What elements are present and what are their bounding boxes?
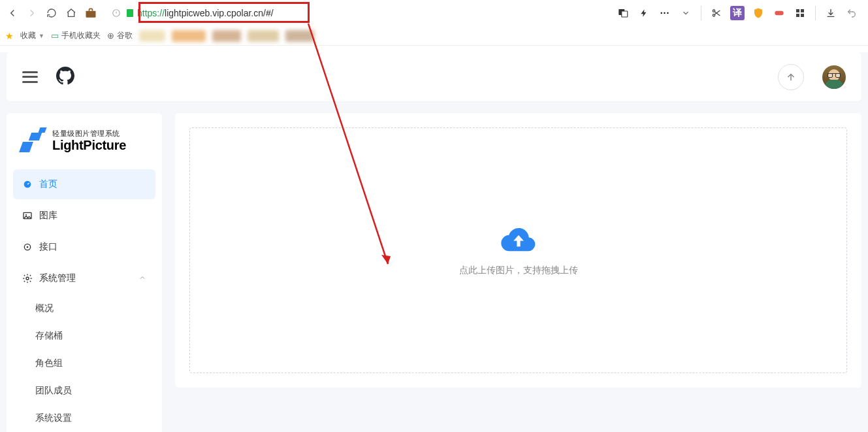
translate-badge-icon[interactable]: 译 (730, 6, 745, 20)
favorites-star-icon[interactable]: ★ (5, 31, 14, 41)
nav-home-button[interactable] (63, 5, 80, 22)
download-icon[interactable] (824, 6, 838, 20)
site-info-icon[interactable] (111, 8, 121, 18)
padlock-icon (127, 9, 133, 17)
upload-shortcut-button[interactable] (778, 64, 804, 90)
svg-point-4 (713, 10, 715, 12)
apps-grid-icon[interactable] (793, 6, 807, 20)
svg-rect-3 (622, 11, 628, 17)
translate-icon[interactable] (616, 6, 630, 20)
logo-title: LightPicture (52, 138, 126, 153)
svg-point-11 (27, 246, 29, 248)
logo-subtitle: 轻量级图片管理系统 (52, 129, 126, 138)
github-link[interactable] (56, 67, 74, 88)
bookmark-blurred[interactable] (212, 30, 241, 42)
dashboard-icon (22, 179, 33, 190)
bookmark-blurred[interactable] (172, 30, 206, 42)
sidebar-item-label: 系统管理 (39, 273, 76, 284)
app-body: 轻量级图片管理系统 LightPicture 首页 图库 (0, 101, 868, 432)
bookmark-google[interactable]: ⊕谷歌 (107, 30, 133, 41)
cloud-upload-icon (500, 224, 537, 253)
bookmark-blurred[interactable] (139, 30, 165, 42)
toolbar-right: ··· 译 (616, 6, 864, 20)
sidebar: 轻量级图片管理系统 LightPicture 首页 图库 (7, 113, 162, 432)
sidebar-submenu-sysmgmt: 概况 存储桶 角色组 团队成员 系统设置 (13, 295, 155, 432)
gamepad-icon[interactable] (772, 6, 786, 20)
chevron-up-icon (138, 274, 146, 284)
main-panel: 点此上传图片，支持拖拽上传 (175, 113, 861, 388)
menu-toggle-button[interactable] (22, 71, 38, 83)
shield-icon[interactable] (751, 6, 765, 20)
svg-rect-6 (775, 11, 783, 16)
bookmark-blurred[interactable] (248, 30, 279, 42)
svg-point-9 (25, 214, 27, 216)
more-icon[interactable]: ··· (658, 6, 672, 20)
svg-rect-0 (86, 11, 96, 18)
nav-reload-button[interactable] (43, 5, 60, 22)
bookmarks-bar: ★ 收藏 ▼ ▭手机收藏夹 ⊕谷歌 (0, 26, 868, 46)
link-icon (22, 242, 33, 252)
bookmark-mobile[interactable]: ▭手机收藏夹 (51, 30, 101, 41)
sidebar-item-api[interactable]: 接口 (13, 232, 155, 262)
sidebar-sub-team[interactable]: 团队成员 (35, 377, 155, 405)
scissors-icon[interactable] (709, 6, 724, 20)
bookmark-blurred[interactable] (285, 30, 314, 42)
logo-mark-icon (18, 127, 47, 155)
nav-back-button[interactable] (4, 5, 21, 22)
browser-toolbar: https://lightpicweb.vip.cpolar.cn/#/ ···… (0, 0, 868, 26)
briefcase-icon[interactable] (82, 5, 99, 22)
sidebar-sub-roles[interactable]: 角色组 (35, 350, 155, 377)
separator (815, 6, 816, 20)
sidebar-sub-bucket[interactable]: 存储桶 (35, 322, 155, 350)
image-icon (22, 210, 33, 221)
svg-point-12 (26, 277, 29, 280)
logo[interactable]: 轻量级图片管理系统 LightPicture (13, 124, 155, 169)
upload-hint-text: 点此上传图片，支持拖拽上传 (459, 265, 578, 276)
sidebar-item-sysmgmt[interactable]: 系统管理 (13, 263, 155, 293)
upload-dropzone[interactable]: 点此上传图片，支持拖拽上传 (189, 127, 847, 373)
undo-icon[interactable] (844, 6, 859, 20)
svg-point-5 (713, 14, 715, 16)
sidebar-sub-settings[interactable]: 系统设置 (35, 405, 155, 432)
nav-forward-button[interactable] (24, 5, 40, 22)
gear-icon (22, 273, 33, 284)
favorites-label[interactable]: 收藏 ▼ (20, 30, 44, 41)
bolt-icon[interactable] (637, 6, 651, 20)
sidebar-item-gallery[interactable]: 图库 (13, 201, 155, 231)
user-avatar[interactable] (822, 65, 846, 89)
separator (701, 6, 701, 20)
chevron-down-icon[interactable] (679, 6, 693, 20)
app-header (7, 52, 861, 101)
sidebar-item-label: 首页 (39, 178, 57, 190)
app-wrapper: 轻量级图片管理系统 LightPicture 首页 图库 (0, 52, 868, 432)
sidebar-item-home[interactable]: 首页 (13, 169, 155, 199)
url-bar[interactable]: https://lightpicweb.vip.cpolar.cn/#/ (106, 3, 609, 23)
sidebar-sub-overview[interactable]: 概况 (35, 295, 155, 322)
sidebar-item-label: 图库 (39, 210, 57, 222)
url-text: https://lightpicweb.vip.cpolar.cn/#/ (137, 8, 274, 18)
sidebar-item-label: 接口 (39, 241, 57, 253)
